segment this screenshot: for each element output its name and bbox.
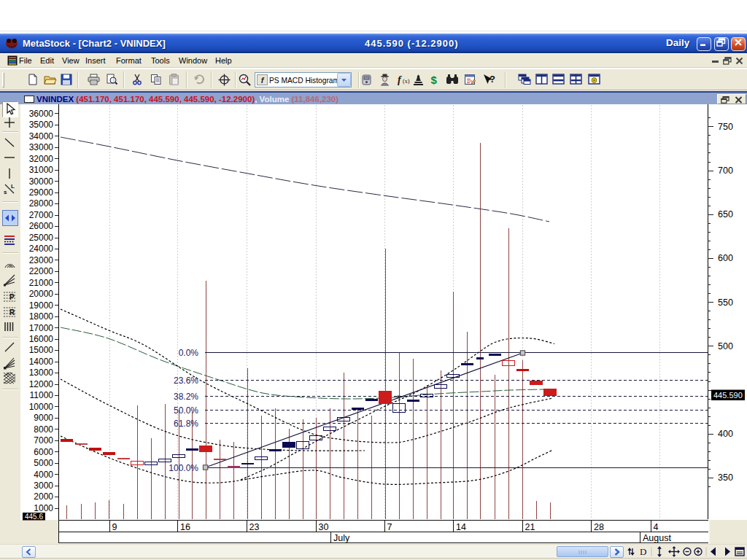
- svg-text:350: 350: [718, 472, 733, 483]
- svg-text:10000: 10000: [29, 402, 54, 412]
- svg-text:30000: 30000: [29, 176, 54, 187]
- svg-text:15000: 15000: [29, 345, 54, 355]
- svg-text:32000: 32000: [29, 154, 54, 164]
- svg-text:100.0%: 100.0%: [169, 463, 198, 473]
- svg-text:700: 700: [718, 166, 733, 176]
- svg-text:400: 400: [718, 429, 733, 439]
- svg-text:2000: 2000: [34, 491, 53, 502]
- svg-text:26000: 26000: [29, 221, 54, 231]
- svg-text:61.8%: 61.8%: [174, 419, 198, 429]
- svg-text:14: 14: [456, 522, 466, 532]
- svg-text:25000: 25000: [29, 233, 54, 243]
- svg-text:20000: 20000: [29, 289, 54, 299]
- svg-text:27000: 27000: [29, 210, 54, 220]
- svg-text:1000: 1000: [34, 503, 53, 513]
- svg-text:600: 600: [718, 253, 733, 263]
- svg-text:18000: 18000: [29, 311, 54, 322]
- svg-text:D: D: [640, 546, 646, 557]
- svg-text:24000: 24000: [29, 244, 54, 254]
- svg-text:16: 16: [180, 522, 190, 532]
- svg-text:0.0%: 0.0%: [179, 348, 199, 358]
- svg-text:9: 9: [112, 522, 117, 532]
- svg-text:23000: 23000: [29, 255, 54, 265]
- svg-text:3000: 3000: [34, 481, 53, 491]
- svg-text:31000: 31000: [29, 165, 54, 175]
- svg-text:445.6: 445.6: [25, 513, 43, 521]
- svg-text:23.6%: 23.6%: [174, 376, 198, 386]
- svg-text:13000: 13000: [29, 368, 54, 378]
- svg-text:29000: 29000: [29, 187, 54, 198]
- svg-text:16000: 16000: [29, 334, 54, 344]
- svg-text:8000: 8000: [34, 424, 53, 435]
- svg-text:23: 23: [249, 522, 260, 532]
- svg-text:500: 500: [718, 341, 733, 351]
- svg-text:650: 650: [718, 209, 733, 219]
- svg-text:21: 21: [525, 522, 535, 532]
- svg-text:35000: 35000: [29, 120, 54, 130]
- svg-text:14000: 14000: [29, 357, 54, 367]
- svg-text:21000: 21000: [29, 278, 54, 288]
- svg-text:July: July: [333, 533, 350, 543]
- svg-text:28: 28: [594, 522, 604, 532]
- svg-text:12000: 12000: [29, 379, 54, 389]
- svg-text:4000: 4000: [34, 470, 53, 480]
- svg-text:9000: 9000: [34, 413, 53, 423]
- svg-text:750: 750: [718, 122, 733, 132]
- svg-text:33000: 33000: [29, 142, 54, 152]
- svg-text:30: 30: [319, 522, 329, 532]
- svg-text:7: 7: [387, 522, 392, 532]
- svg-text:50.0%: 50.0%: [174, 405, 198, 416]
- svg-text:7000: 7000: [34, 435, 53, 446]
- svg-text:550: 550: [718, 298, 733, 308]
- svg-text:34000: 34000: [29, 131, 54, 141]
- svg-text:445.590: 445.590: [713, 391, 743, 400]
- svg-text:11000: 11000: [30, 390, 54, 400]
- svg-text:19000: 19000: [29, 300, 54, 311]
- svg-text:4: 4: [654, 522, 659, 532]
- svg-text:28000: 28000: [29, 198, 54, 209]
- svg-text:5000: 5000: [34, 458, 53, 468]
- svg-text:22000: 22000: [29, 266, 54, 276]
- svg-text:6000: 6000: [34, 447, 53, 457]
- svg-text:38.2%: 38.2%: [174, 392, 198, 402]
- svg-text:17000: 17000: [29, 323, 54, 333]
- svg-text:36000: 36000: [29, 109, 54, 119]
- svg-text:August: August: [643, 533, 671, 543]
